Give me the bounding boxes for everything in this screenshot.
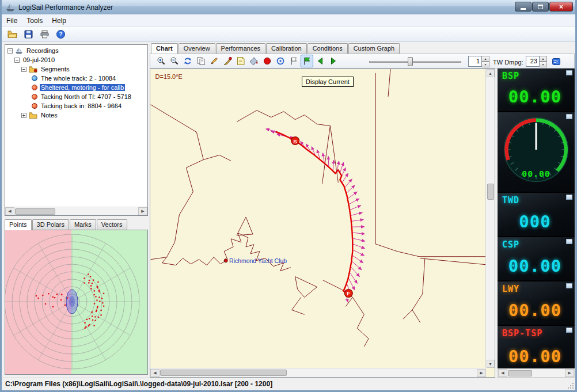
maximize-button[interactable] [532,2,549,12]
slider-track[interactable] [369,61,461,63]
tab-overview[interactable]: Overview [179,43,215,54]
chart-canvas[interactable]: S F D=15.0°E Richmond Yacht Club [150,69,486,368]
recordings-tree-panel[interactable]: Recordings 09-jul-2010 Segments The whol… [5,44,148,216]
instrument-window-icon[interactable] [566,328,572,333]
close-button[interactable]: × [549,2,573,12]
tab-performances[interactable]: Performances [216,43,265,54]
tw-dmpg-value[interactable]: 23 [526,56,540,67]
segment-dot-icon [32,75,37,81]
collapse-box-icon[interactable] [7,48,13,54]
tab-calibration[interactable]: Calibration [266,43,307,54]
tree-item-segment[interactable]: Tacking back in: 8804 - 9664 [5,101,147,111]
chart-horizontal-scrollbar[interactable]: ◀ ▶ [150,368,486,377]
instrument-label: LWY [502,284,519,294]
instrument-window-icon[interactable] [566,70,572,75]
spin-up-icon[interactable]: ▲ [482,56,489,62]
scroll-thumb[interactable] [487,184,494,200]
collapse-box-icon[interactable] [14,58,20,63]
record-button[interactable] [261,55,274,67]
polar-center-lens-inner [69,296,75,307]
scroll-down-icon[interactable]: ▼ [487,360,495,368]
instrument-gauge: 00.00 [498,112,575,193]
time-slider[interactable] [369,56,461,67]
tree-item-segments[interactable]: Segments [5,64,147,74]
tree-item-segment[interactable]: Tacking North of TI: 4707 - 5718 [5,92,147,101]
scroll-right-icon[interactable]: ▶ [565,369,574,377]
tab-vectors[interactable]: Vectors [97,219,127,230]
note-button[interactable] [234,55,247,67]
scroll-right-icon[interactable]: ▶ [138,207,147,215]
white-flag-button[interactable] [287,55,300,67]
tw-dmpg-spinner[interactable]: 23 ▲ ▼ [526,56,547,67]
scroll-thumb[interactable] [160,370,287,376]
chart-toolbar: 1 ▲ ▼ TW Dmpg: 23 ▲ ▼ [150,54,575,68]
app-window: LogiSail Performance Analyzer × File Too… [0,0,577,392]
save-button[interactable] [21,28,35,41]
step-back-button[interactable] [314,55,327,67]
zoom-in-button[interactable] [155,55,168,67]
step-forward-button[interactable] [327,55,340,67]
zoom-in-icon [157,56,166,66]
tree-item-notes[interactable]: Notes [5,111,147,120]
mark-button[interactable] [221,55,234,67]
help-button[interactable]: ? [54,28,67,41]
spin-down-icon[interactable]: ▼ [482,62,489,67]
polar-plot[interactable] [5,230,147,374]
target-button[interactable] [274,55,287,67]
pencil-icon [210,56,219,66]
instrument-window-icon[interactable] [566,283,572,288]
tree-item-segment-selected[interactable]: Sheltered, motoring - for calib [5,83,147,92]
open-button[interactable] [5,28,19,41]
scroll-left-icon[interactable]: ◀ [498,369,507,377]
slider-thumb[interactable] [408,57,413,66]
instrument-scrollbar[interactable]: ◀ ▶ [498,368,575,378]
tab-marks[interactable]: Marks [70,219,96,230]
chart-vertical-scrollbar[interactable]: ▲ ▼ [485,69,495,368]
instrument-bsp-tsp: BSP-TSP 00.00 [498,326,575,368]
scroll-right-icon[interactable]: ▶ [477,369,486,377]
scroll-thumb[interactable] [508,370,532,376]
main-toolbar: ? [2,27,575,42]
paint-button[interactable] [248,55,260,67]
instrument-window-icon[interactable] [566,114,572,119]
copy-button[interactable] [195,55,207,67]
range-value[interactable]: 1 [468,56,482,67]
scroll-left-icon[interactable]: ◀ [5,207,14,215]
expand-box-icon[interactable] [21,113,26,118]
tab-points[interactable]: Points [5,219,32,230]
start-marker: S [291,137,299,145]
tw-display-button[interactable] [550,55,563,68]
range-spinner[interactable]: 1 ▲ ▼ [468,56,489,67]
pencil-button[interactable] [208,55,221,67]
refresh-button[interactable] [181,55,194,67]
titlebar[interactable]: LogiSail Performance Analyzer × [2,0,575,14]
tree-item-recordings[interactable]: Recordings [5,46,147,55]
tab-custom-graph[interactable]: Custom Graph [348,43,400,54]
menu-tools[interactable]: Tools [22,16,47,26]
tab-conditions[interactable]: Conditions [308,43,348,54]
minimize-button[interactable] [515,2,532,12]
tab-3d-polars[interactable]: 3D Polars [32,219,69,230]
scroll-thumb[interactable] [15,208,55,215]
scroll-left-icon[interactable]: ◀ [150,369,160,377]
chart-area[interactable]: S F D=15.0°E Richmond Yacht Club ▲ [150,68,495,378]
resize-grip[interactable] [567,382,575,390]
menu-file[interactable]: File [2,16,22,26]
spin-up-icon[interactable]: ▲ [540,56,547,62]
display-current-button[interactable] [301,55,313,67]
finish-marker-letter: F [347,290,350,296]
menu-help[interactable]: Help [47,16,71,26]
polar-plot-body [5,230,148,375]
tree-item-segment[interactable]: The whole track: 2 - 10084 [5,74,147,83]
collapse-box-icon[interactable] [21,67,26,72]
instrument-window-icon[interactable] [566,195,572,200]
instrument-window-icon[interactable] [566,239,572,244]
print-button[interactable] [37,28,51,41]
spin-down-icon[interactable]: ▼ [540,62,547,67]
scroll-up-icon[interactable]: ▲ [487,69,495,77]
tab-chart[interactable]: Chart [151,43,178,54]
zoom-out-button[interactable] [168,55,181,67]
segments-folder-icon [29,66,37,73]
tree-item-recording-date[interactable]: 09-jul-2010 [5,55,147,64]
tree-horizontal-scrollbar[interactable]: ◀ ▶ [5,207,147,215]
